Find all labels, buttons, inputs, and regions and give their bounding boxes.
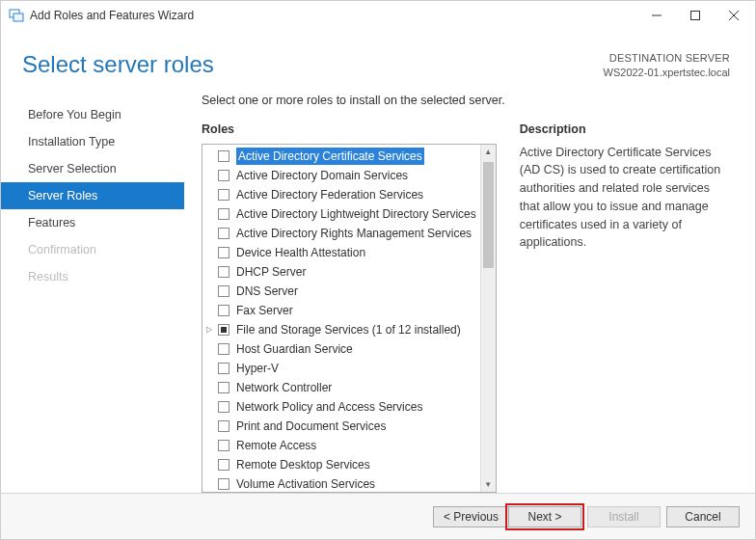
role-item[interactable]: Active Directory Lightweight Directory S… (202, 204, 480, 224)
scroll-up-icon[interactable]: ▲ (481, 145, 496, 160)
role-item[interactable]: Device Health Attestation (202, 243, 480, 262)
role-item[interactable]: ▷File and Storage Services (1 of 12 inst… (202, 320, 480, 339)
roles-list-container: Active Directory Certificate ServicesAct… (202, 144, 497, 493)
role-label: Active Directory Certificate Services (236, 148, 424, 165)
role-checkbox[interactable] (218, 170, 230, 181)
role-checkbox[interactable] (218, 363, 230, 374)
role-label: Remote Access (236, 437, 316, 454)
instruction-text: Select one or more roles to install on t… (202, 92, 730, 122)
install-button: Install (587, 506, 661, 527)
role-label: Fax Server (236, 302, 293, 319)
role-label: DNS Server (236, 283, 298, 300)
scroll-down-icon[interactable]: ▼ (481, 476, 496, 492)
footer: < Previous Next > Install Cancel (1, 493, 755, 539)
role-label: Volume Activation Services (236, 475, 375, 492)
role-item[interactable]: Active Directory Federation Services (202, 185, 480, 204)
role-checkbox[interactable] (218, 324, 230, 336)
role-checkbox[interactable] (218, 228, 230, 239)
role-checkbox[interactable] (218, 478, 230, 490)
roles-panel: Roles Active Directory Certificate Servi… (202, 122, 497, 493)
role-item[interactable]: Active Directory Rights Management Servi… (202, 224, 480, 243)
description-panel: Description Active Directory Certificate… (520, 122, 730, 493)
role-checkbox[interactable] (218, 247, 230, 258)
maximize-button[interactable] (676, 2, 715, 29)
role-label: Hyper-V (236, 360, 279, 377)
svg-rect-1 (14, 14, 23, 21)
role-item[interactable]: DNS Server (202, 282, 480, 301)
role-label: File and Storage Services (1 of 12 insta… (236, 321, 461, 338)
role-item[interactable]: Active Directory Domain Services (202, 166, 480, 185)
next-button[interactable]: Next > (508, 506, 581, 527)
role-label: Host Guardian Service (236, 340, 353, 358)
nav-step-server-selection[interactable]: Server Selection (1, 155, 184, 182)
role-label: Active Directory Domain Services (236, 167, 408, 184)
nav-step-features[interactable]: Features (1, 209, 184, 236)
role-label: Print and Document Services (236, 418, 386, 435)
nav-step-before-you-begin[interactable]: Before You Begin (1, 101, 184, 128)
role-checkbox[interactable] (218, 343, 230, 355)
svg-rect-3 (691, 12, 700, 20)
scroll-thumb[interactable] (483, 162, 494, 268)
destination-server: WS2022-01.xpertstec.local (604, 66, 730, 80)
role-item[interactable]: Network Controller (202, 378, 480, 397)
previous-button[interactable]: < Previous (433, 506, 508, 527)
role-item[interactable]: Hyper-V (202, 359, 480, 378)
roles-list[interactable]: Active Directory Certificate ServicesAct… (202, 145, 480, 492)
role-checkbox[interactable] (218, 266, 230, 278)
role-checkbox[interactable] (218, 382, 230, 393)
role-checkbox[interactable] (218, 420, 230, 432)
destination-info: DESTINATION SERVER WS2022-01.xpertstec.l… (604, 51, 730, 80)
main-area: Before You BeginInstallation TypeServer … (1, 88, 755, 493)
role-label: Device Health Attestation (236, 244, 365, 261)
role-checkbox[interactable] (218, 459, 230, 471)
role-item[interactable]: Fax Server (202, 301, 480, 320)
page-title: Select server roles (22, 51, 604, 78)
role-label: Active Directory Rights Management Servi… (236, 225, 472, 242)
role-checkbox[interactable] (218, 440, 230, 451)
role-label: Network Controller (236, 379, 332, 396)
panels: Roles Active Directory Certificate Servi… (202, 122, 730, 493)
role-item[interactable]: Remote Desktop Services (202, 455, 480, 474)
role-item[interactable]: Remote Access (202, 436, 480, 455)
roles-scrollbar[interactable]: ▲ ▼ (480, 145, 496, 492)
destination-label: DESTINATION SERVER (604, 51, 730, 66)
role-item[interactable]: Print and Document Services (202, 417, 480, 436)
role-checkbox[interactable] (218, 285, 230, 297)
role-label: DHCP Server (236, 263, 306, 281)
role-checkbox[interactable] (218, 150, 230, 162)
content-area: Select one or more roles to install on t… (184, 92, 755, 493)
description-text: Active Directory Certificate Services (A… (520, 144, 730, 253)
role-checkbox[interactable] (218, 401, 230, 413)
role-item[interactable]: Host Guardian Service (202, 339, 480, 359)
role-label: Remote Desktop Services (236, 456, 370, 473)
role-item[interactable]: DHCP Server (202, 262, 480, 282)
wizard-nav: Before You BeginInstallation TypeServer … (1, 92, 184, 493)
nav-step-confirmation: Confirmation (1, 236, 184, 263)
window-title: Add Roles and Features Wizard (30, 9, 637, 22)
role-label: Active Directory Federation Services (236, 186, 423, 203)
roles-heading: Roles (202, 122, 497, 136)
role-item[interactable]: Active Directory Certificate Services (202, 147, 480, 166)
role-item[interactable]: Volume Activation Services (202, 474, 480, 492)
app-icon (9, 8, 24, 23)
role-label: Active Directory Lightweight Directory S… (236, 205, 476, 223)
close-button[interactable] (715, 2, 753, 29)
titlebar: Add Roles and Features Wizard (1, 1, 755, 30)
nav-step-results: Results (1, 263, 184, 290)
description-heading: Description (520, 122, 730, 136)
role-item[interactable]: Network Policy and Access Services (202, 397, 480, 417)
nav-button-group: < Previous Next > (433, 506, 581, 527)
role-checkbox[interactable] (218, 208, 230, 220)
role-checkbox[interactable] (218, 189, 230, 201)
minimize-button[interactable] (637, 2, 676, 29)
nav-step-server-roles[interactable]: Server Roles (1, 182, 184, 209)
cancel-button[interactable]: Cancel (666, 506, 740, 527)
role-label: Network Policy and Access Services (236, 398, 422, 416)
expander-icon[interactable]: ▷ (206, 324, 212, 336)
scroll-track[interactable] (481, 160, 496, 476)
header: Select server roles DESTINATION SERVER W… (1, 30, 755, 88)
nav-step-installation-type[interactable]: Installation Type (1, 128, 184, 155)
role-checkbox[interactable] (218, 305, 230, 316)
